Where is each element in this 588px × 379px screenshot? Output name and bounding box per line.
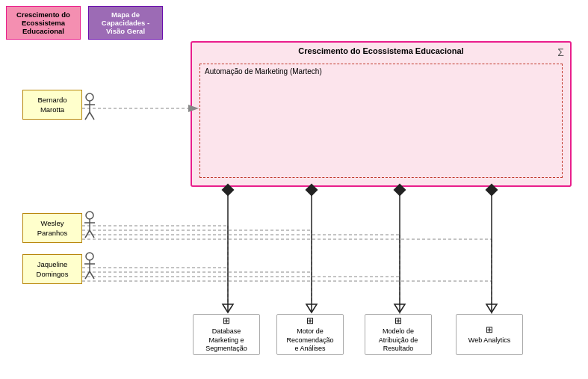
person-bernardo: BernardoMarotta — [22, 90, 82, 120]
svg-marker-19 — [306, 304, 317, 312]
person-bernardo-label: BernardoMarotta — [37, 95, 66, 115]
database-icon: ⊞ — [223, 315, 230, 326]
box-web-analytics: ⊞ Web Analytics — [456, 314, 523, 355]
legend-purple: Mapa de Capacidades - Visão Geral — [88, 6, 163, 40]
svg-point-36 — [86, 253, 93, 260]
box-database: ⊞ DatabaseMarketing eSegmentação — [193, 314, 260, 355]
motor-icon: ⊞ — [306, 315, 314, 326]
motor-label: Motor deRecomendaçãoe Análises — [286, 327, 333, 354]
svg-line-39 — [85, 271, 90, 279]
svg-point-31 — [86, 212, 93, 219]
svg-marker-21 — [486, 304, 497, 312]
legend: Crescimento do Ecossistema Educacional M… — [6, 6, 163, 40]
person-jaqueline-label: JaquelineDomingos — [37, 259, 69, 280]
inner-box-title: Automação de Marketing (Martech) — [205, 67, 322, 76]
diagram-container: Crescimento do Ecossistema Educacional M… — [0, 0, 588, 379]
box-modelo: ⊞ Modelo deAtribuição deResultado — [365, 314, 432, 355]
sigma-icon: Σ — [557, 46, 564, 58]
svg-line-35 — [90, 230, 94, 238]
web-label: Web Analytics — [468, 336, 510, 345]
modelo-label: Modelo deAtribuição deResultado — [379, 327, 418, 354]
svg-point-26 — [86, 93, 93, 101]
person-jaqueline: JaquelineDomingos — [22, 254, 82, 284]
main-box-title: Crescimento do Ecossistema Educacional — [192, 46, 570, 55]
svg-line-29 — [85, 112, 90, 120]
database-label: DatabaseMarketing eSegmentação — [205, 327, 247, 354]
main-box: Crescimento do Ecossistema Educacional Σ… — [191, 41, 572, 187]
person-wesley-label: WesleyParanhos — [37, 218, 68, 238]
svg-line-34 — [85, 230, 90, 238]
web-icon: ⊞ — [486, 324, 493, 335]
modelo-icon: ⊞ — [394, 315, 402, 326]
svg-line-30 — [90, 112, 94, 120]
svg-marker-20 — [394, 304, 405, 312]
svg-line-40 — [90, 271, 94, 279]
box-motor: ⊞ Motor deRecomendaçãoe Análises — [276, 314, 344, 355]
inner-box: Automação de Marketing (Martech) — [199, 64, 563, 178]
legend-pink: Crescimento do Ecossistema Educacional — [6, 6, 81, 40]
person-wesley: WesleyParanhos — [22, 213, 82, 243]
svg-marker-18 — [223, 304, 233, 312]
